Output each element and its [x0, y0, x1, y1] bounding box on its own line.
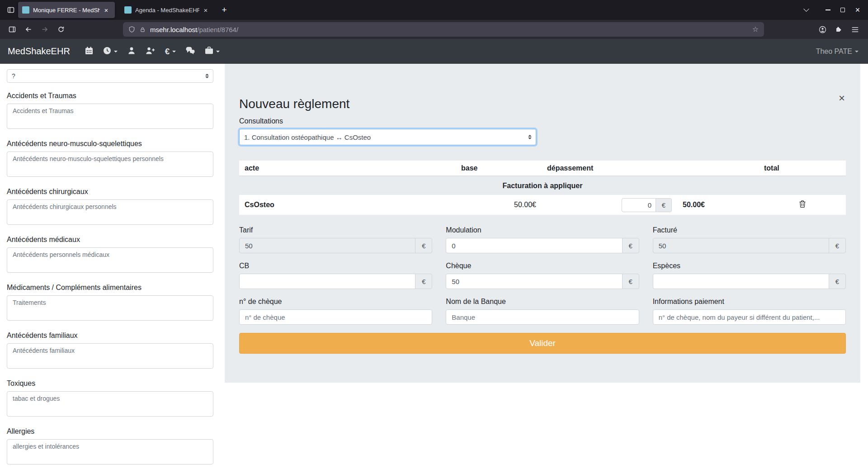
medicaments-textarea[interactable] — [7, 295, 213, 321]
modulation-input[interactable] — [446, 238, 622, 253]
toxiques-textarea[interactable] — [7, 391, 213, 417]
field-antecedents-chirurgicaux: Antécédents chirurgicaux — [7, 187, 213, 227]
num-cheque-input[interactable] — [239, 309, 432, 325]
cheque-input[interactable] — [446, 274, 622, 289]
col-header-acte: acte — [239, 161, 456, 176]
consultation-select[interactable]: 1. Consultation ostéopathique ↔ CsOsteo — [239, 129, 536, 145]
tracking-shield-icon[interactable] — [128, 26, 135, 33]
window-maximize-button[interactable] — [836, 2, 849, 18]
field-medicaments: Médicaments / Compléments alimentaires — [7, 283, 213, 322]
antecedents-medicaux-textarea[interactable] — [7, 247, 213, 273]
app-navbar: MedShakeEHR € — [0, 39, 868, 64]
banque-input[interactable] — [446, 309, 639, 325]
window-controls: × — [820, 2, 864, 18]
consultations-label: Consultations — [239, 117, 846, 125]
num-cheque-label: n° de chèque — [239, 297, 432, 306]
lock-icon[interactable] — [140, 26, 146, 33]
browser-tab-agenda[interactable]: Agenda - MedShakeEHR × — [120, 2, 214, 18]
user-menu[interactable]: Theo PATE — [814, 47, 860, 56]
nav-billing-item[interactable]: € — [160, 39, 181, 64]
nav-history-item[interactable] — [98, 39, 123, 64]
cheque-label: Chèque — [446, 261, 639, 270]
euro-addon: € — [829, 274, 846, 289]
user-menu-label: Theo PATE — [816, 47, 852, 56]
modal-close-icon[interactable]: × — [839, 93, 845, 104]
list-all-tabs-chevron-icon[interactable] — [799, 3, 813, 17]
field-label: Antécédents neuro-musculo-squelettiques — [7, 139, 213, 148]
valider-button[interactable]: Valider — [239, 333, 846, 354]
user-icon — [127, 47, 136, 57]
acte-cell: CsOsteo — [239, 195, 456, 215]
antecedents-familiaux-textarea[interactable] — [7, 343, 213, 369]
account-icon[interactable] — [815, 23, 830, 36]
bookmark-star-icon[interactable]: ☆ — [752, 26, 759, 33]
page-content: ? Accidents et Traumas Antécédents neuro… — [0, 64, 868, 474]
cb-field: CB € — [239, 261, 432, 289]
infos-paiement-input[interactable] — [653, 309, 846, 325]
chevron-down-icon — [114, 51, 118, 52]
firefox-view-icon[interactable] — [4, 3, 18, 17]
clock-icon — [103, 47, 111, 57]
calendar-icon — [85, 47, 93, 57]
briefcase-icon — [205, 47, 213, 57]
banque-label: Nom de la Banque — [446, 297, 639, 306]
chevron-down-icon — [855, 51, 859, 52]
url-bar[interactable]: msehr.localhost/patient/8764/ ☆ — [123, 22, 764, 37]
window-minimize-button[interactable] — [821, 2, 835, 18]
tab-close-icon[interactable]: × — [201, 5, 210, 14]
field-allergies: Allergies — [7, 427, 213, 466]
tab-close-icon[interactable]: × — [102, 5, 111, 14]
extensions-puzzle-icon[interactable] — [831, 23, 846, 36]
cb-input[interactable] — [239, 274, 415, 289]
back-button[interactable] — [21, 23, 36, 36]
url-text: msehr.localhost/patient/8764/ — [150, 26, 238, 33]
menu-hamburger-icon[interactable] — [847, 23, 863, 36]
browser-window: Monique FERRE - MedSha × Agenda - MedSha… — [0, 0, 868, 474]
browser-toolbar: msehr.localhost/patient/8764/ ☆ — [0, 20, 868, 39]
especes-field: Espèces € — [653, 261, 846, 289]
nav-messages-item[interactable] — [181, 39, 200, 64]
nav-agenda-item[interactable] — [80, 39, 98, 64]
field-label: Allergies — [7, 427, 213, 436]
app-brand[interactable]: MedShakeEHR — [8, 46, 70, 57]
euro-addon: € — [415, 238, 432, 253]
euro-addon: € — [415, 274, 432, 289]
field-label: Antécédents familiaux — [7, 331, 213, 340]
sidebar-toggle-icon[interactable] — [5, 23, 20, 36]
nav-tools-item[interactable] — [200, 39, 225, 64]
field-accidents: Accidents et Traumas — [7, 91, 213, 131]
facture-label: Facturé — [653, 226, 846, 234]
modal-title: Nouveau règlement — [239, 96, 846, 111]
payment-modal: × Nouveau règlement Consultations 1. Con… — [225, 64, 860, 383]
tab-favicon — [124, 6, 132, 14]
allergies-textarea[interactable] — [7, 439, 213, 465]
reload-button[interactable] — [53, 23, 69, 36]
field-label: Médicaments / Compléments alimentaires — [7, 283, 213, 292]
chat-icon — [186, 47, 195, 57]
antecedents-neuro-textarea[interactable] — [7, 152, 213, 177]
especes-input[interactable] — [653, 274, 829, 289]
col-header-depassement: dépassement — [542, 161, 677, 176]
field-toxiques: Toxiques — [7, 379, 213, 418]
trash-icon — [799, 200, 806, 208]
facture-input — [653, 238, 829, 253]
base-cell: 50.00€ — [456, 195, 542, 215]
accidents-textarea[interactable] — [7, 104, 213, 129]
tarif-input — [239, 238, 415, 253]
banque-field: Nom de la Banque — [446, 297, 639, 325]
new-tab-button[interactable]: + — [217, 3, 231, 17]
depassement-input[interactable] — [622, 198, 656, 212]
nav-patient-item[interactable] — [123, 39, 141, 64]
window-close-button[interactable]: × — [851, 2, 864, 18]
delete-line-button[interactable] — [799, 200, 806, 208]
num-cheque-field: n° de chèque — [239, 297, 432, 325]
antecedents-chirurgicaux-textarea[interactable] — [7, 199, 213, 225]
nav-add-patient-item[interactable] — [141, 39, 160, 64]
cheque-field: Chèque € — [446, 261, 639, 289]
sidebar-type-select[interactable]: ? — [7, 69, 213, 83]
line-total-cell: 50.00€ — [677, 195, 759, 215]
user-plus-icon — [146, 47, 155, 57]
browser-tab-patient[interactable]: Monique FERRE - MedSha × — [18, 2, 115, 18]
forward-button[interactable] — [37, 23, 52, 36]
tab-title: Agenda - MedShakeEHR — [135, 7, 199, 14]
